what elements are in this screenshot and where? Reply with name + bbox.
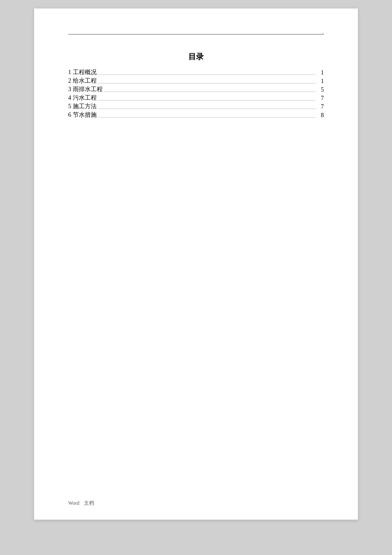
toc-item-label: 3 雨排水工程 (68, 86, 103, 93)
toc-item: 4 污水工程7 (68, 94, 324, 102)
toc-item-label: 1 工程概况 (68, 69, 97, 76)
toc-item-page: 7 (317, 104, 324, 110)
header-divider: · (68, 34, 324, 35)
toc-item-label: 5 施工方法 (68, 103, 97, 110)
toc-item: 1 工程概况1 (68, 69, 324, 76)
toc-item-label: 2 给水工程 (68, 77, 97, 85)
toc-item-label: 6 节水措施 (68, 111, 97, 119)
toc-item-page: 7 (317, 95, 324, 102)
toc-title: 目录 (68, 52, 324, 62)
footer: Word 文档 (68, 500, 94, 507)
toc-item: 2 给水工程1 (68, 77, 324, 85)
toc-item-dots (98, 117, 316, 118)
toc-item: 6 节水措施8 (68, 111, 324, 119)
toc-item-page: 1 (317, 69, 324, 76)
toc-item-dots (98, 100, 316, 101)
toc-item-dots (104, 92, 316, 92)
document-page: · 目录 1 工程概况12 给水工程13 雨排水工程54 污水工程75 施工方法… (34, 9, 358, 520)
toc-item: 3 雨排水工程5 (68, 86, 324, 93)
footer-doc-label: 文档 (84, 500, 94, 506)
toc-item-dots (98, 83, 316, 83)
toc-item-dots (98, 109, 316, 109)
toc-item-page: 5 (317, 86, 324, 93)
toc-item-label: 4 污水工程 (68, 94, 97, 102)
toc-item: 5 施工方法7 (68, 103, 324, 110)
toc-item-dots (98, 75, 316, 75)
toc-item-page: 8 (317, 112, 324, 119)
header-dot: · (323, 30, 324, 37)
toc-item-page: 1 (317, 78, 324, 85)
toc-container: 1 工程概况12 给水工程13 雨排水工程54 污水工程75 施工方法76 节水… (68, 69, 324, 119)
footer-word-label: Word (68, 500, 79, 506)
